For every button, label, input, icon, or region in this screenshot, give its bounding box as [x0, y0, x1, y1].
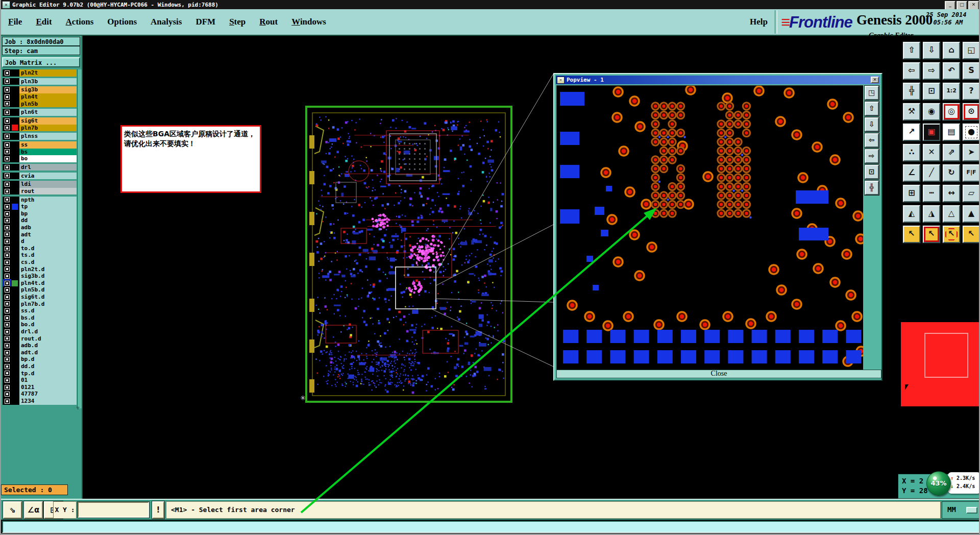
- layer-checkbox-sig6t[interactable]: [4, 118, 10, 124]
- layer-label[interactable]: drl: [19, 164, 77, 171]
- layer-label[interactable]: adt.d: [19, 349, 77, 356]
- layer-checkbox-bo[interactable]: [4, 156, 10, 162]
- layer-row-to.d[interactable]: to.d: [3, 245, 77, 252]
- job-matrix-button[interactable]: Job Matrix ...: [2, 57, 80, 67]
- layer-row-rout.d[interactable]: rout.d: [3, 335, 77, 343]
- layer-label[interactable]: sig6t.d: [19, 294, 77, 301]
- layer-label[interactable]: pln3b: [19, 78, 77, 85]
- layer-row-tp.d[interactable]: tp.d: [3, 370, 77, 377]
- layer-checkbox-adt[interactable]: [4, 231, 10, 237]
- layer-label[interactable]: pln4t.d: [19, 280, 77, 287]
- delete-button[interactable]: ✕: [923, 144, 940, 161]
- layer-row-sig6t[interactable]: sig6t: [3, 117, 77, 125]
- popview-close-button[interactable]: Close: [556, 370, 881, 378]
- layer-checkbox-rout[interactable]: [4, 188, 10, 194]
- layer-color-swatch[interactable]: [12, 173, 18, 179]
- layer-checkbox-d[interactable]: [4, 238, 10, 245]
- layer-row-rout[interactable]: rout: [3, 188, 77, 195]
- popview-pan-right-button[interactable]: ⇨: [865, 149, 879, 163]
- units-grip-button[interactable]: [966, 507, 977, 514]
- layer-label[interactable]: sig3b.d: [19, 273, 77, 280]
- layer-color-swatch[interactable]: [12, 101, 18, 107]
- layer-row-adb.d[interactable]: adb.d: [3, 342, 77, 349]
- pan-right-button[interactable]: ⇨: [923, 62, 940, 80]
- layer-label[interactable]: npth: [19, 197, 77, 204]
- layer-checkbox-drl[interactable]: [4, 164, 10, 171]
- angle-measure-button[interactable]: ∠: [903, 164, 920, 182]
- home-view-button[interactable]: ⌂: [943, 42, 960, 59]
- layer-label[interactable]: adt: [19, 231, 77, 238]
- zoom-1-2-button[interactable]: 1:2: [943, 83, 960, 100]
- menu-item-analysis[interactable]: Analysis: [151, 17, 182, 27]
- layer-color-swatch[interactable]: [12, 125, 18, 131]
- layer-checkbox-plnss[interactable]: [4, 133, 10, 139]
- layer-row-sig6t.d[interactable]: sig6t.d: [3, 294, 77, 301]
- layer-color-swatch[interactable]: [12, 294, 18, 300]
- layer-row-pln7b[interactable]: pln7b: [3, 125, 77, 132]
- layer-row-47787[interactable]: 47787: [3, 391, 77, 398]
- popview-popout-view-button[interactable]: ◳: [865, 86, 879, 100]
- layer-checkbox-pln4t[interactable]: [4, 94, 10, 100]
- layer-label[interactable]: cvia: [19, 173, 77, 180]
- layer-label[interactable]: ss.d: [19, 307, 77, 314]
- layer-label[interactable]: dd: [19, 217, 77, 224]
- layer-color-swatch[interactable]: [12, 322, 18, 328]
- layer-color-swatch[interactable]: [12, 252, 18, 258]
- layer-row-npth[interactable]: npth: [3, 197, 77, 204]
- title-bar[interactable]: ✕ Graphic Editor 9.07b2 (00@HY-HYCAM-PC0…: [1, 0, 980, 9]
- layer-color-swatch[interactable]: [12, 350, 18, 356]
- layer-checkbox-npth[interactable]: [4, 197, 10, 203]
- layer-checkbox-bp[interactable]: [4, 211, 10, 217]
- layer-row-pln5b.d[interactable]: pln5b.d: [3, 286, 77, 294]
- measure-angle-button[interactable]: ∠α: [24, 501, 43, 519]
- popview-title-bar[interactable]: ✕ Popview - 1 ✕: [556, 76, 880, 84]
- layer-label[interactable]: bp.d: [19, 356, 77, 363]
- layer-row-sig3b[interactable]: sig3b: [3, 86, 77, 93]
- resize-button[interactable]: ⊞: [903, 185, 920, 202]
- xy-input[interactable]: [78, 502, 149, 518]
- popview-pan-left-button[interactable]: ⇦: [865, 133, 879, 148]
- layer-checkbox-pln5b.d[interactable]: [4, 287, 10, 293]
- layer-label[interactable]: pln7b.d: [19, 301, 77, 308]
- layer-row-adt[interactable]: adt: [3, 231, 77, 238]
- layer-row-d[interactable]: d: [3, 238, 77, 245]
- layer-color-swatch[interactable]: [12, 149, 18, 155]
- layer-color-swatch[interactable]: [12, 259, 18, 265]
- layer-color-swatch[interactable]: [12, 301, 18, 307]
- layer-color-swatch[interactable]: [12, 343, 18, 349]
- layer-row-pln2t.d[interactable]: pln2t.d: [3, 266, 77, 273]
- layer-label[interactable]: pln6t: [19, 109, 77, 116]
- layer-checkbox-pln4t.d[interactable]: [4, 280, 10, 286]
- layer-row-sig3b.d[interactable]: sig3b.d: [3, 273, 77, 280]
- net-highlight-b-button[interactable]: ⊙: [963, 103, 980, 120]
- layer-color-swatch[interactable]: [12, 335, 18, 342]
- layer-row-pln7b.d[interactable]: pln7b.d: [3, 301, 77, 308]
- layer-label[interactable]: ss: [19, 141, 77, 149]
- layer-label[interactable]: bs.d: [19, 314, 77, 322]
- layer-checkbox-sig6t.d[interactable]: [4, 294, 10, 300]
- layer-row-pln4t[interactable]: pln4t: [3, 93, 77, 101]
- zoom-extents-button[interactable]: ╬: [903, 83, 920, 100]
- layer-row-pln5b[interactable]: pln5b: [3, 101, 77, 108]
- layer-label[interactable]: pln4t: [19, 93, 77, 101]
- layer-row-dd.d[interactable]: dd.d: [3, 363, 77, 370]
- layer-color-swatch[interactable]: [12, 287, 18, 293]
- pcb-board-view[interactable]: [305, 106, 512, 403]
- layer-row-drl.d[interactable]: drl.d: [3, 328, 77, 335]
- layer-list-scrollbar[interactable]: [77, 69, 82, 408]
- menu-item-step[interactable]: Step: [229, 17, 246, 27]
- layer-label[interactable]: pln5b.d: [19, 286, 77, 294]
- rotate-button[interactable]: ↻: [943, 164, 960, 182]
- split-view-xy-button[interactable]: ◱: [963, 42, 980, 59]
- net-highlight-a-button[interactable]: ◎: [943, 103, 960, 120]
- layer-color-swatch[interactable]: [12, 211, 18, 217]
- layer-row-adt.d[interactable]: adt.d: [3, 349, 77, 356]
- layer-color-swatch[interactable]: [12, 142, 18, 148]
- layer-label[interactable]: ldi: [19, 181, 77, 188]
- layer-checkbox-dd.d[interactable]: [4, 363, 10, 370]
- layer-label[interactable]: sig6t: [19, 117, 77, 125]
- profile-arrow-4-button[interactable]: ▲: [963, 205, 980, 223]
- layer-label[interactable]: tp: [19, 203, 77, 210]
- layer-row-pln3b[interactable]: pln3b: [3, 78, 77, 85]
- layer-checkbox-dd[interactable]: [4, 217, 10, 224]
